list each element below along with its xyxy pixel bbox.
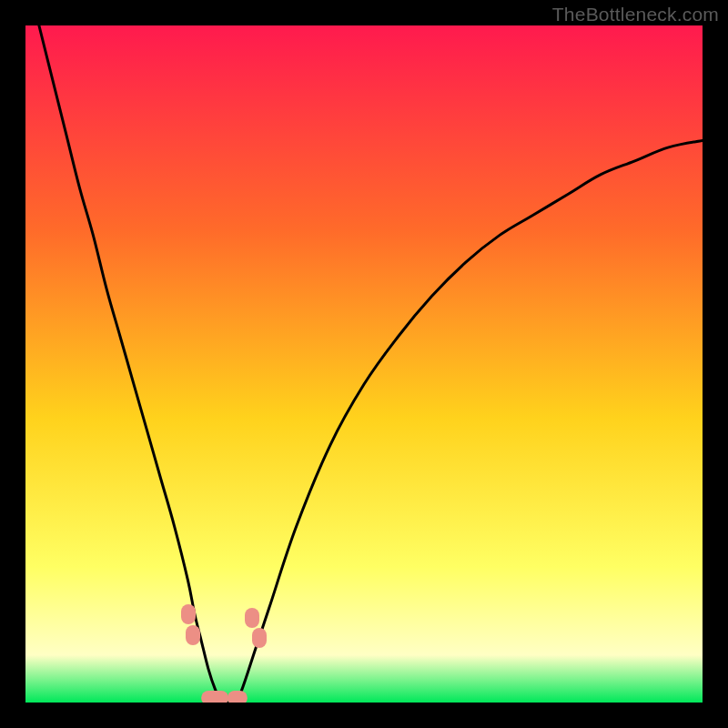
data-marker-3 (252, 628, 267, 648)
chart-frame: TheBottleneck.com (0, 0, 728, 728)
plot-area (25, 25, 703, 703)
watermark-text: TheBottleneck.com (552, 4, 719, 25)
data-marker-5 (228, 691, 248, 703)
data-marker-4 (201, 691, 228, 703)
bottleneck-curve (25, 25, 703, 703)
data-marker-0 (181, 604, 196, 624)
data-marker-2 (245, 608, 259, 628)
data-marker-1 (186, 625, 200, 645)
